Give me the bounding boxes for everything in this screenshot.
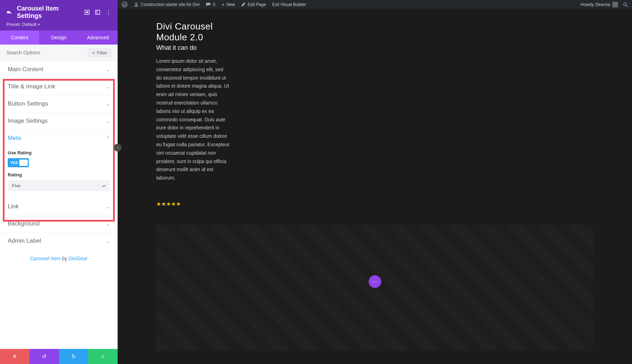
edit-page-link[interactable]: Edit Page [241, 2, 266, 7]
wp-logo-icon[interactable] [122, 2, 127, 7]
search-input[interactable] [6, 50, 88, 55]
preview-body: Lorem ipsum dolor sit amet, consectetur … [156, 57, 230, 182]
select-caret-icon: ▴▾ [102, 184, 106, 188]
rating-label: Rating [8, 172, 110, 177]
search-icon[interactable] [623, 2, 628, 7]
redo-button[interactable]: ↻ [59, 349, 88, 364]
section-title-image-link[interactable]: Title & Image Link ⌄ [0, 78, 118, 95]
use-rating-label: Use Rating [8, 150, 110, 155]
rating-select[interactable]: Five ▴▾ [8, 180, 110, 191]
chevron-down-icon: ⌄ [106, 221, 110, 227]
new-link[interactable]: + New [222, 2, 235, 7]
section-label: Main Content [8, 66, 43, 73]
svg-line-6 [626, 5, 627, 7]
section-label: Admin Label [8, 237, 41, 244]
focus-icon[interactable] [85, 10, 90, 15]
settings-sidebar: Carousel Item Settings ⋮ Preset: Default… [0, 0, 118, 364]
sidebar-collapse-toggle[interactable]: → [114, 144, 121, 151]
chevron-down-icon: ⌄ [106, 118, 110, 124]
save-button[interactable]: ✓ [88, 349, 118, 364]
section-meta[interactable]: Meta ⌄ [0, 130, 118, 147]
use-rating-toggle[interactable]: YES [8, 158, 29, 167]
toggle-value: YES [9, 161, 19, 165]
preset-selector[interactable]: Preset: Default [6, 22, 111, 27]
section-admin-label[interactable]: Admin Label ⌄ [0, 232, 118, 249]
toggle-knob [19, 160, 28, 166]
carousel-preview: Divi Carousel Module 2.0 What it can do … [118, 0, 632, 228]
section-background[interactable]: Background ⌄ [0, 215, 118, 232]
preview-title-line2: Module 2.0 [156, 32, 593, 43]
section-label: Link [8, 203, 19, 210]
preview-subtitle: What it can do [156, 44, 593, 52]
module-credit: Carousel Item by DiviGear [0, 249, 118, 272]
dashboard-icon [134, 2, 139, 7]
module-options-fab[interactable]: ⋯ [369, 275, 381, 288]
tab-advanced[interactable]: Advanced [78, 31, 118, 45]
section-label: Button Settings [8, 100, 48, 107]
credit-by: by [61, 256, 69, 261]
svg-point-5 [624, 3, 626, 6]
exit-vb-link[interactable]: Exit Visual Builder [272, 2, 306, 7]
preview-title-line1: Divi Carousel [156, 21, 593, 32]
preview-area: Construction starter site for Divi 0 + N… [118, 0, 632, 364]
section-main-content[interactable]: Main Content ⌄ [0, 61, 118, 78]
back-icon[interactable] [6, 9, 12, 15]
search-bar: Filter [0, 45, 118, 61]
panel-title: Carousel Item Settings [17, 5, 80, 20]
chevron-down-icon: ⌄ [106, 101, 110, 107]
chevron-down-icon: ⌄ [106, 84, 110, 89]
tab-content[interactable]: Content [0, 31, 39, 45]
meta-content: Use Rating YES Rating Five ▴▾ [0, 147, 118, 198]
comment-icon [206, 2, 211, 7]
howdy-text: Howdy, Deanna [581, 2, 611, 7]
section-image-settings[interactable]: Image Settings ⌄ [0, 113, 118, 130]
credit-author-link[interactable]: DiviGear [68, 256, 87, 261]
filter-button[interactable]: Filter [88, 48, 111, 57]
site-name-link[interactable]: Construction starter site for Divi [134, 2, 199, 7]
section-label: Title & Image Link [8, 83, 55, 90]
settings-body: Main Content ⌄ Title & Image Link ⌄ Butt… [0, 61, 118, 349]
new-text: New [226, 2, 235, 7]
plus-icon: + [222, 2, 224, 7]
svg-rect-2 [96, 10, 100, 14]
edit-page-text: Edit Page [248, 2, 266, 7]
section-label: Meta [8, 135, 21, 142]
sidebar-tabs: Content Design Advanced [0, 31, 118, 45]
svg-point-1 [86, 12, 88, 13]
rating-stars: ★★★★★ [156, 201, 593, 207]
rating-value: Five [12, 183, 21, 188]
comments-link[interactable]: 0 [206, 2, 215, 7]
close-button[interactable]: ✕ [0, 349, 29, 364]
avatar [612, 2, 618, 7]
section-link[interactable]: Link ⌄ [0, 198, 118, 215]
chevron-down-icon: ⌄ [106, 67, 110, 72]
chevron-up-icon: ⌄ [106, 135, 110, 141]
sidebar-header: Carousel Item Settings ⋮ Preset: Default [0, 0, 118, 31]
comments-count: 0 [213, 2, 215, 7]
wp-admin-bar: Construction starter site for Divi 0 + N… [118, 0, 632, 9]
section-label: Image Settings [8, 117, 47, 124]
section-label: Background [8, 220, 40, 227]
howdy-link[interactable]: Howdy, Deanna [581, 2, 618, 7]
more-icon[interactable]: ⋮ [106, 9, 111, 16]
tab-design[interactable]: Design [39, 31, 79, 45]
section-button-settings[interactable]: Button Settings ⌄ [0, 95, 118, 113]
chevron-down-icon: ⌄ [106, 204, 110, 209]
sidebar-footer: ✕ ↺ ↻ ✓ [0, 349, 118, 364]
chevron-down-icon: ⌄ [106, 238, 110, 244]
pencil-icon [241, 2, 245, 7]
layout-icon[interactable] [95, 10, 100, 15]
undo-button[interactable]: ↺ [29, 349, 59, 364]
site-name-text: Construction starter site for Divi [141, 2, 199, 7]
credit-module-link[interactable]: Carousel Item [30, 256, 60, 261]
